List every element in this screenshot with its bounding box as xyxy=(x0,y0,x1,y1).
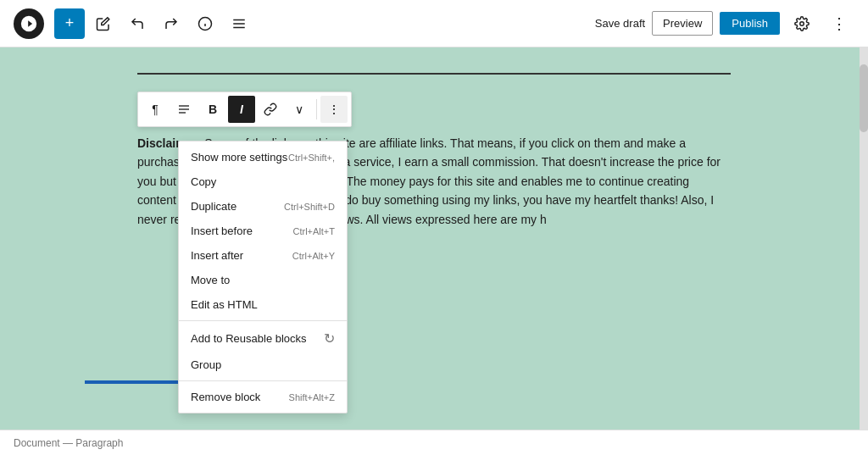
cm-divider-2 xyxy=(179,380,347,381)
undo-button[interactable] xyxy=(122,8,153,39)
italic-button[interactable]: I xyxy=(228,96,255,123)
cm-copy[interactable]: Copy xyxy=(179,169,347,194)
bold-button[interactable]: B xyxy=(199,96,226,123)
cm-edit-as-html[interactable]: Edit as HTML xyxy=(179,292,347,317)
status-bar: Document — Paragraph xyxy=(0,430,868,455)
cm-insert-before[interactable]: Insert before Ctrl+Alt+T xyxy=(179,219,347,243)
cm-label: Remove block xyxy=(191,391,260,403)
cm-divider-1 xyxy=(179,320,347,321)
cm-label: Edit as HTML xyxy=(191,298,258,311)
svg-point-7 xyxy=(800,21,804,25)
cm-label: Copy xyxy=(191,175,216,188)
scrollbar-thumb[interactable] xyxy=(860,64,868,132)
cm-shortcut: Ctrl+Alt+Y xyxy=(292,251,335,261)
cm-group[interactable]: Group xyxy=(179,352,347,377)
preview-button[interactable]: Preview xyxy=(652,11,713,36)
edit-button[interactable] xyxy=(88,8,119,39)
cm-label: Group xyxy=(191,358,221,371)
status-text: Document — Paragraph xyxy=(14,437,123,449)
publish-button[interactable]: Publish xyxy=(720,12,780,35)
reusable-icon: ↻ xyxy=(324,330,335,347)
align-button[interactable] xyxy=(170,96,198,123)
more-options-button[interactable]: ⋮ xyxy=(824,8,854,39)
add-block-button[interactable]: + xyxy=(54,8,85,39)
cm-label: Move to xyxy=(191,274,230,286)
cm-show-more-settings[interactable]: Show more settings Ctrl+Shift+, xyxy=(179,145,347,169)
cm-insert-after[interactable]: Insert after Ctrl+Alt+Y xyxy=(179,243,347,268)
cm-duplicate[interactable]: Duplicate Ctrl+Shift+D xyxy=(179,194,347,219)
toolbar-left: + xyxy=(14,8,254,39)
cm-add-reusable[interactable]: Add to Reusable blocks ↻ xyxy=(179,325,347,352)
cm-move-to[interactable]: Move to xyxy=(179,268,347,292)
more-formats-button[interactable]: ∨ xyxy=(286,96,313,123)
cm-shortcut: Ctrl+Shift+, xyxy=(288,153,335,163)
inline-toolbar: ¶ B I ∨ ⋮ xyxy=(137,92,352,127)
editor-area: ¶ B I ∨ ⋮ Disclaimer: Some of the links … xyxy=(0,47,868,430)
paragraph-style-button[interactable]: ¶ xyxy=(142,96,169,123)
settings-button[interactable] xyxy=(787,8,817,39)
save-draft-button[interactable]: Save draft xyxy=(595,17,645,30)
cm-label: Show more settings xyxy=(191,151,287,164)
info-button[interactable] xyxy=(190,8,220,39)
cm-label: Add to Reusable blocks xyxy=(191,332,307,345)
redo-button[interactable] xyxy=(156,8,186,39)
wp-logo[interactable] xyxy=(14,8,44,39)
block-nav-button[interactable] xyxy=(224,8,254,39)
cm-shortcut: Shift+Alt+Z xyxy=(289,392,335,402)
top-toolbar: + Save draft Preview Publish ⋮ xyxy=(0,0,868,47)
cm-remove-block[interactable]: Remove block Shift+Alt+Z xyxy=(179,385,347,409)
cm-label: Insert after xyxy=(191,249,243,262)
cm-label: Duplicate xyxy=(191,200,236,213)
horizontal-rule xyxy=(137,73,731,75)
context-menu: Show more settings Ctrl+Shift+, Copy Dup… xyxy=(178,141,348,413)
scrollbar[interactable] xyxy=(860,47,868,430)
cm-shortcut: Ctrl+Shift+D xyxy=(284,202,335,212)
toolbar-right: Save draft Preview Publish ⋮ xyxy=(595,8,854,39)
cm-shortcut: Ctrl+Alt+T xyxy=(292,226,335,236)
link-button[interactable] xyxy=(257,96,284,123)
toolbar-divider xyxy=(316,99,317,119)
cm-label: Insert before xyxy=(191,225,253,237)
options-button[interactable]: ⋮ xyxy=(320,96,348,123)
